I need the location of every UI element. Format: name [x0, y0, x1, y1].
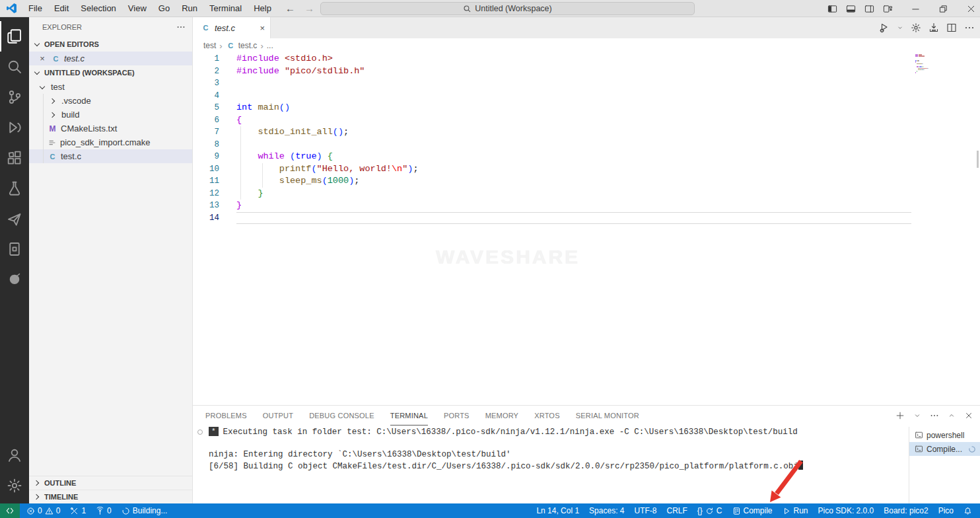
menu-run[interactable]: Run: [176, 0, 203, 17]
plus-button[interactable]: [895, 411, 905, 420]
tree-item-CMakeLists.txt[interactable]: MCMakeLists.txt: [29, 122, 192, 135]
code-line-6[interactable]: 6{: [193, 114, 980, 127]
panel-tab-serial-monitor[interactable]: SERIAL MONITOR: [576, 406, 639, 426]
more-button[interactable]: [930, 411, 939, 420]
activity-search[interactable]: [0, 52, 29, 82]
terminal-instance-powershell[interactable]: powershell: [909, 428, 980, 442]
tree-item-.vscode[interactable]: .vscode: [29, 94, 192, 108]
code-line-5[interactable]: 5int main(): [193, 102, 980, 114]
back-arrow-icon[interactable]: ←: [285, 3, 295, 14]
code-line-3[interactable]: 3: [193, 77, 980, 90]
restore-button[interactable]: [934, 0, 952, 17]
panel-tab-memory[interactable]: MEMORY: [485, 406, 519, 426]
section-workspace[interactable]: UNTITLED (WORKSPACE): [29, 65, 192, 80]
status-run[interactable]: Run: [783, 506, 808, 515]
chevron-down-small-button[interactable]: [913, 412, 921, 420]
status-serial-ports[interactable]: 0: [96, 506, 112, 515]
status-problems[interactable]: 00: [26, 506, 60, 515]
layout-sidebar-right-button[interactable]: [860, 0, 878, 17]
code-editor[interactable]: WAVESHARE 1#include <stdio.h>2#include "…: [193, 53, 980, 405]
code-line-13[interactable]: 13}: [193, 200, 980, 212]
breadcrumb[interactable]: test›Ctest.c›...: [193, 38, 980, 53]
close-editor-icon[interactable]: ×: [37, 54, 48, 63]
code-line-7[interactable]: 7 stdio_init_all();: [193, 126, 980, 139]
menu-selection[interactable]: Selection: [75, 0, 122, 17]
status-tools[interactable]: 1: [70, 506, 86, 515]
status-compile[interactable]: Compile: [732, 506, 773, 515]
panel-tab-debug-console[interactable]: DEBUG CONSOLE: [309, 406, 374, 426]
terminal-instance-Compile[interactable]: Compile...: [909, 442, 980, 456]
more-button[interactable]: [964, 22, 975, 33]
activity-explorer[interactable]: [0, 21, 29, 52]
terminal-output[interactable]: *Executing task in folder test: C:\Users…: [193, 427, 909, 503]
status-eol[interactable]: CRLF: [666, 506, 687, 515]
breadcrumb-item-test[interactable]: test: [203, 41, 216, 50]
chevron-up-small-button[interactable]: [948, 412, 956, 420]
activity-pico-bug[interactable]: [0, 264, 29, 295]
remote-indicator[interactable]: [0, 503, 20, 518]
code-line-14[interactable]: 14: [193, 212, 980, 225]
code-line-12[interactable]: 12 }: [193, 188, 980, 200]
activity-extensions[interactable]: [0, 143, 29, 173]
status-board[interactable]: Board: pico2: [884, 506, 928, 515]
more-actions-icon[interactable]: [176, 22, 186, 32]
code-line-4[interactable]: 4: [193, 90, 980, 102]
tree-item-build[interactable]: build: [29, 108, 192, 122]
panel-tab-terminal[interactable]: TERMINAL: [390, 406, 428, 426]
section-outline[interactable]: OUTLINE: [29, 476, 192, 490]
status-pico-sdk[interactable]: Pico SDK: 2.0.0: [818, 506, 874, 515]
menu-file[interactable]: File: [22, 0, 48, 17]
section-open-editors[interactable]: OPEN EDITORS: [29, 37, 192, 52]
command-center-search[interactable]: Untitled (Workspace): [320, 2, 695, 15]
menu-edit[interactable]: Edit: [48, 0, 75, 17]
code-line-1[interactable]: 1#include <stdio.h>: [193, 53, 980, 65]
tab-test-c[interactable]: Ctest.c×: [193, 17, 271, 38]
close-tab-icon[interactable]: ×: [260, 23, 265, 33]
breadcrumb-item-[interactable]: ...: [267, 41, 273, 50]
code-line-8[interactable]: 8: [193, 139, 980, 151]
status-encoding[interactable]: UTF-8: [634, 506, 656, 515]
section-timeline[interactable]: TIMELINE: [29, 490, 192, 503]
split-editor-button[interactable]: [946, 22, 957, 33]
activity-source-control[interactable]: [0, 82, 29, 112]
minimize-button[interactable]: [906, 0, 925, 17]
menu-view[interactable]: View: [122, 0, 153, 17]
tree-item-pico_sdk_import.cmake[interactable]: pico_sdk_import.cmake: [29, 135, 192, 149]
layout-customize-button[interactable]: [878, 0, 897, 17]
status-language-mode[interactable]: {}C: [697, 506, 722, 515]
command-decoration-icon[interactable]: [197, 429, 203, 435]
activity-settings[interactable]: [0, 470, 29, 501]
panel-tab-ports[interactable]: PORTS: [444, 406, 470, 426]
forward-arrow-icon[interactable]: →: [304, 3, 314, 14]
status-notifications[interactable]: [963, 507, 972, 515]
activity-pico-deploy[interactable]: [0, 204, 29, 234]
panel-tab-problems[interactable]: PROBLEMS: [205, 406, 247, 426]
gear-button[interactable]: [911, 22, 921, 33]
panel-tab-xrtos[interactable]: XRTOS: [534, 406, 560, 426]
status-building[interactable]: Building...: [122, 506, 168, 515]
layout-sidebar-left-button[interactable]: [823, 0, 841, 17]
activity-account[interactable]: [0, 440, 29, 470]
close-button[interactable]: [962, 0, 980, 17]
activity-testing[interactable]: [0, 173, 29, 204]
code-line-2[interactable]: 2#include "pico/stdlib.h": [193, 65, 980, 78]
debug-run-button[interactable]: [879, 22, 890, 33]
breadcrumb-item-testc[interactable]: Ctest.c: [226, 41, 258, 50]
activity-run-debug[interactable]: [0, 112, 29, 143]
flash-button[interactable]: [928, 22, 939, 33]
chevron-down-small-button[interactable]: [897, 24, 903, 31]
menu-help[interactable]: Help: [248, 0, 277, 17]
status-cursor-position[interactable]: Ln 14, Col 1: [536, 506, 579, 515]
menu-terminal[interactable]: Terminal: [203, 0, 248, 17]
close-small-button[interactable]: [964, 411, 973, 420]
tree-item-test.c[interactable]: Ctest.c: [29, 149, 192, 163]
menu-go[interactable]: Go: [153, 0, 176, 17]
status-indentation[interactable]: Spaces: 4: [589, 506, 624, 515]
code-line-10[interactable]: 10 printf("Hello, world!\n");: [193, 163, 980, 176]
activity-board[interactable]: [0, 234, 29, 264]
status-pico[interactable]: Pico: [938, 506, 954, 515]
panel-tab-output[interactable]: OUTPUT: [263, 406, 293, 426]
tree-item-test[interactable]: test: [29, 80, 192, 94]
open-editor-test.c[interactable]: ×Ctest.c: [29, 52, 192, 65]
layout-panel-button[interactable]: [841, 0, 860, 17]
